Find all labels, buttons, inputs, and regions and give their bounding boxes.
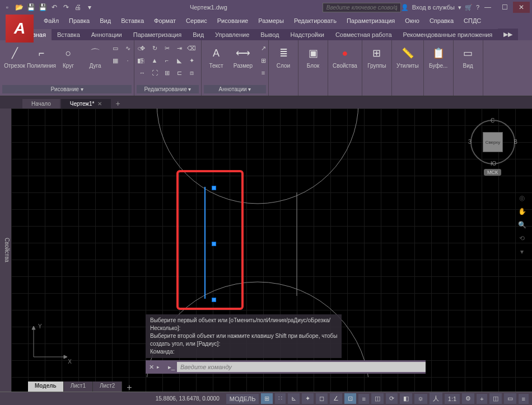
tab-new-button[interactable]: +: [112, 98, 123, 109]
properties-panel-tab[interactable]: Свойства: [0, 109, 11, 392]
cmd-menu-icon[interactable]: ▸: [157, 364, 166, 370]
viewcube-top[interactable]: Сверху: [483, 132, 503, 152]
rtab-featured[interactable]: Рекомендованные приложения: [398, 29, 498, 40]
viewcube-west[interactable]: З: [468, 139, 472, 145]
menu-dims[interactable]: Размеры: [254, 16, 288, 26]
leader-icon[interactable]: ↗: [258, 43, 269, 54]
status-trans-icon[interactable]: ◫: [371, 393, 384, 404]
join-icon[interactable]: ⧈: [186, 67, 197, 78]
spline-icon[interactable]: ∿: [122, 43, 133, 54]
status-cycle-icon[interactable]: ⟳: [386, 393, 398, 404]
menu-file[interactable]: Файл: [39, 16, 63, 26]
panel-annot-title[interactable]: Аннотации ▾: [204, 85, 266, 93]
status-osnap-icon[interactable]: ◻: [316, 393, 328, 404]
rtab-param[interactable]: Параметризация: [128, 29, 187, 40]
qat-more-icon[interactable]: ▾: [85, 2, 95, 12]
drawing-canvas[interactable]: Сверху С Ю В З МСК ◎ ✋ 🔍 ⟲ ▾ X Y Выберит…: [11, 109, 532, 392]
minimize-button[interactable]: —: [479, 2, 496, 13]
menu-format[interactable]: Формат: [150, 16, 180, 26]
tab-start[interactable]: Начало: [22, 99, 60, 109]
move-icon[interactable]: ✥: [137, 43, 148, 54]
rtab-addins[interactable]: Надстройки: [285, 29, 330, 40]
rtab-manage[interactable]: Управление: [209, 29, 255, 40]
viewcube[interactable]: Сверху С Ю В З МСК: [470, 120, 515, 164]
status-ortho-icon[interactable]: ⊾: [288, 393, 300, 404]
status-monitor-icon[interactable]: +: [477, 394, 487, 404]
nav-wheel-icon[interactable]: ◎: [516, 192, 528, 204]
circle-button[interactable]: ○Круг: [56, 43, 81, 71]
copy-icon[interactable]: ⎘: [137, 55, 148, 66]
utils-button[interactable]: 📏Утилиты: [394, 43, 421, 71]
table-icon[interactable]: ⊞: [258, 55, 269, 66]
command-line[interactable]: ✕ ▸ ▸_: [146, 360, 426, 374]
login-link[interactable]: Вход в службы: [412, 4, 455, 11]
status-scale[interactable]: 1:1: [445, 394, 460, 404]
nav-pan-icon[interactable]: ✋: [516, 206, 528, 217]
extend-icon[interactable]: ⇥: [174, 43, 185, 54]
nav-show-icon[interactable]: ▾: [516, 246, 528, 257]
menu-tools[interactable]: Сервис: [181, 16, 212, 26]
tab-drawing1[interactable]: Чертеж1*✕: [61, 99, 111, 109]
mirror-icon[interactable]: ▲: [149, 55, 160, 66]
undo-icon[interactable]: ↶: [49, 2, 59, 12]
panel-edit-title[interactable]: Редактирование ▾: [137, 85, 199, 93]
status-3d-icon[interactable]: ◧: [400, 393, 412, 404]
nav-orbit-icon[interactable]: ⟲: [516, 233, 528, 244]
cart-icon[interactable]: 🛒: [465, 4, 473, 11]
app-logo[interactable]: A: [6, 15, 34, 43]
layout-add-button[interactable]: +: [122, 382, 136, 392]
fillet-icon[interactable]: ⌐: [161, 55, 172, 66]
menu-insert[interactable]: Вставка: [116, 16, 148, 26]
grip-start[interactable]: [212, 186, 216, 190]
status-track-icon[interactable]: ∠: [330, 393, 342, 404]
saveas-icon[interactable]: 💾: [38, 2, 48, 12]
panel-draw-title[interactable]: Рисование ▾: [2, 85, 132, 93]
open-icon[interactable]: 📂: [14, 2, 24, 12]
cmd-close-icon[interactable]: ✕: [146, 364, 157, 371]
status-iso-icon[interactable]: ◫: [489, 393, 502, 404]
tab-close-icon[interactable]: ✕: [97, 101, 102, 107]
maximize-button[interactable]: ☐: [496, 2, 513, 13]
menu-modify[interactable]: Редактировать: [290, 16, 341, 26]
menu-spds[interactable]: СПДС: [459, 16, 486, 26]
layout-model[interactable]: Модель: [28, 382, 64, 392]
props-button[interactable]: ●Свойства: [330, 43, 360, 71]
trim-icon[interactable]: ✂: [161, 43, 172, 54]
groups-button[interactable]: ⊞Группы: [365, 43, 389, 71]
save-icon[interactable]: 💾: [26, 2, 36, 12]
status-grid-icon[interactable]: ⊞: [261, 393, 273, 404]
menu-view[interactable]: Вид: [95, 16, 115, 26]
viewcube-north[interactable]: С: [491, 117, 494, 124]
nav-zoom-icon[interactable]: 🔍: [516, 219, 528, 230]
viewcube-wcs[interactable]: МСК: [484, 169, 501, 176]
command-input[interactable]: [177, 362, 426, 372]
mtext-icon[interactable]: ≡: [258, 67, 269, 78]
dim-button[interactable]: ⟷Размер: [231, 43, 255, 71]
status-polar-icon[interactable]: ✦: [302, 393, 314, 404]
cloud-icon[interactable]: ▾: [458, 4, 461, 11]
offset-icon[interactable]: ⊏: [174, 67, 185, 78]
grip-end[interactable]: [212, 298, 216, 302]
layout-sheet1[interactable]: Лист1: [64, 382, 93, 392]
chamfer-icon[interactable]: ◣: [174, 55, 185, 66]
status-model[interactable]: МОДЕЛЬ: [226, 394, 259, 404]
rtab-annotate[interactable]: Аннотации: [86, 29, 128, 40]
redo-icon[interactable]: ↷: [61, 2, 71, 12]
menu-draw[interactable]: Рисование: [213, 16, 253, 26]
status-snap-icon[interactable]: ∷: [275, 393, 286, 404]
viewcube-south[interactable]: Ю: [491, 161, 496, 167]
hatch-icon[interactable]: ▦: [110, 55, 121, 66]
menu-help[interactable]: Справка: [425, 16, 458, 26]
menu-param[interactable]: Параметризация: [342, 16, 399, 26]
view-button[interactable]: ▭Вид: [456, 43, 480, 71]
status-dyn-icon[interactable]: ⊡: [344, 393, 356, 404]
status-clean-icon[interactable]: ▭: [504, 393, 516, 404]
status-lwt-icon[interactable]: ≡: [358, 394, 368, 404]
layers-button[interactable]: ≣Слои: [271, 43, 296, 71]
menu-window[interactable]: Окно: [400, 16, 424, 26]
status-ws-icon[interactable]: ⚙: [462, 393, 474, 404]
scale-icon[interactable]: ⛶: [149, 67, 160, 78]
stretch-icon[interactable]: ↔: [137, 67, 148, 78]
array-icon[interactable]: ⊞: [161, 67, 172, 78]
print-icon[interactable]: 🖨: [73, 2, 83, 12]
